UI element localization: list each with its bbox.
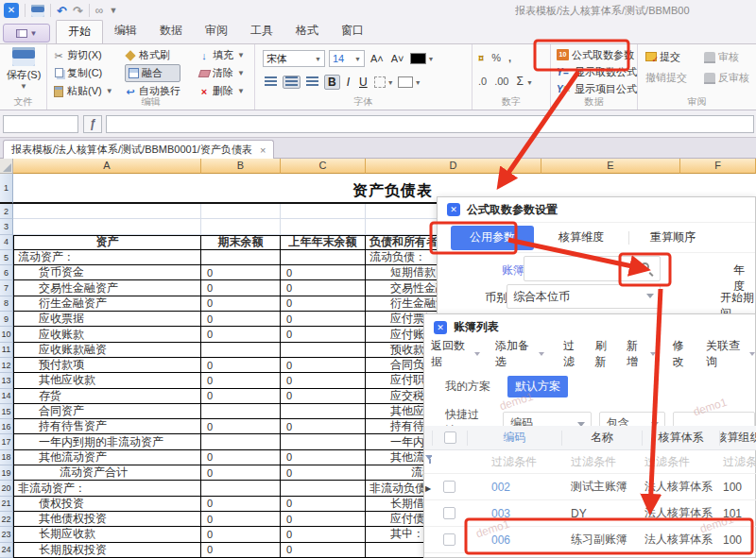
- row-header-15[interactable]: 15: [0, 404, 13, 419]
- cell-B9[interactable]: 0: [201, 312, 281, 327]
- toolbar-过滤[interactable]: 过滤: [563, 338, 584, 370]
- tab-accounting-dimension[interactable]: 核算维度: [558, 229, 604, 245]
- book-row-006[interactable]: 006练习副账簿法人核算体系100: [424, 527, 756, 553]
- row-header-11[interactable]: 11: [0, 343, 13, 358]
- column-header-名称[interactable]: 名称: [561, 431, 642, 446]
- ribbon-tab-审阅[interactable]: 审阅: [194, 20, 239, 43]
- cell-C13[interactable]: 0: [281, 373, 366, 388]
- row-header-6[interactable]: 6: [0, 265, 13, 280]
- fx-button[interactable]: ƒ: [83, 115, 102, 133]
- row-header-19[interactable]: 19: [0, 465, 13, 481]
- find-icon[interactable]: ∞: [95, 4, 104, 17]
- cell-B22[interactable]: 0: [201, 512, 281, 527]
- redo-icon[interactable]: ↷: [73, 4, 83, 18]
- cell-C5[interactable]: [281, 250, 366, 265]
- shrink-font-button[interactable]: A˅: [389, 53, 406, 64]
- cell-A18[interactable]: 其他流动资产: [13, 450, 201, 465]
- italic-button[interactable]: I: [344, 76, 352, 89]
- select-all-corner[interactable]: [0, 159, 13, 174]
- fill-color-button[interactable]: ▼: [398, 76, 421, 88]
- customize-dropdown-icon[interactable]: ▼: [109, 6, 117, 15]
- cell-B16[interactable]: 0: [201, 419, 281, 434]
- cell-A5[interactable]: 流动资产：: [13, 250, 201, 265]
- cell-A24[interactable]: 长期股权投资: [13, 543, 201, 558]
- row-header-10[interactable]: 10: [0, 327, 13, 342]
- row-header-14[interactable]: 14: [0, 389, 13, 404]
- cell-C2[interactable]: [281, 204, 366, 219]
- cell-C21[interactable]: 0: [281, 497, 366, 512]
- column-header-F[interactable]: F: [680, 159, 756, 174]
- cell-A9[interactable]: 应收票据: [13, 312, 201, 327]
- row-header-23[interactable]: 23: [0, 527, 13, 542]
- row-header-16[interactable]: 16: [0, 419, 13, 434]
- currency-select[interactable]: 综合本位币: [507, 284, 661, 309]
- cell-A4[interactable]: 资产: [13, 235, 201, 250]
- comma-button[interactable]: ,: [508, 52, 511, 63]
- row-header-9[interactable]: 9: [0, 312, 13, 327]
- cell-B7[interactable]: 0: [201, 280, 281, 296]
- cell-B3[interactable]: [201, 219, 281, 234]
- cell-B11[interactable]: [201, 343, 281, 358]
- row-header-18[interactable]: 18: [0, 450, 13, 465]
- toolbar-修改[interactable]: 修改: [673, 338, 694, 370]
- cell-C24[interactable]: 0: [281, 543, 366, 558]
- cell-B24[interactable]: 0: [201, 543, 281, 558]
- name-box[interactable]: [3, 115, 78, 133]
- cell-A2[interactable]: [13, 204, 201, 219]
- cell-A21[interactable]: 债权投资: [13, 497, 201, 512]
- currency-icon[interactable]: ¤: [478, 52, 484, 63]
- cell-A15[interactable]: 合同资产: [13, 404, 201, 419]
- row-header-3[interactable]: 3: [0, 219, 13, 234]
- font-size-combo[interactable]: 14▼: [329, 50, 365, 67]
- cell-C3[interactable]: [281, 219, 366, 234]
- dialog-title-bar[interactable]: ✕ 账簿列表: [424, 314, 755, 340]
- cell-B10[interactable]: 0: [201, 327, 281, 342]
- cell-C15[interactable]: [281, 404, 366, 419]
- row-header-8[interactable]: 8: [0, 296, 13, 312]
- tab-recalc-order[interactable]: 重算顺序: [650, 229, 696, 245]
- cell-B19[interactable]: 0: [201, 465, 281, 481]
- align-center-button[interactable]: [283, 76, 301, 89]
- submit-button[interactable]: 提交: [645, 48, 704, 66]
- cell-A3[interactable]: [13, 219, 201, 234]
- checkbox[interactable]: [443, 507, 455, 519]
- search-icon[interactable]: [641, 262, 649, 271]
- cell-C4[interactable]: 上年年末余额: [281, 235, 366, 250]
- column-header-E[interactable]: E: [541, 159, 680, 174]
- column-header-核算体系[interactable]: 核算体系: [642, 431, 719, 446]
- formula-input[interactable]: [106, 115, 754, 133]
- cell-C9[interactable]: 0: [281, 312, 366, 327]
- filter-cell[interactable]: 过滤条件: [719, 454, 756, 470]
- book-row-003[interactable]: 003DY法人核算体系101: [424, 500, 756, 527]
- column-header-编码[interactable]: 编码: [467, 431, 561, 446]
- row-header-24[interactable]: 24: [0, 543, 13, 558]
- book-row-002[interactable]: ▶002测试主账簿法人核算体系100: [424, 474, 756, 500]
- cell-B1[interactable]: [201, 174, 281, 204]
- row-header-20[interactable]: 20: [0, 481, 13, 496]
- cell-B4[interactable]: 期末余额: [201, 235, 281, 250]
- cell-A19[interactable]: 流动资产合计: [13, 465, 201, 481]
- row-header-22[interactable]: 22: [0, 512, 13, 527]
- filter-cell[interactable]: 过滤条件: [642, 454, 719, 470]
- row-header-13[interactable]: 13: [0, 373, 13, 388]
- default-scheme-chip[interactable]: 默认方案: [507, 376, 568, 397]
- column-header-核算组织[interactable]: 核算组织: [719, 431, 756, 446]
- row-header-4[interactable]: 4: [0, 235, 13, 250]
- merge-cells-button[interactable]: 融合: [125, 64, 180, 82]
- toolbar-返回数据[interactable]: 返回数据: [431, 338, 480, 370]
- cell-A1[interactable]: [13, 174, 201, 204]
- cell-B15[interactable]: [201, 404, 281, 419]
- toolbar-关联查询[interactable]: 关联查询: [706, 338, 755, 370]
- ribbon-tab-开始[interactable]: 开始: [56, 20, 103, 43]
- bold-button[interactable]: B: [324, 75, 340, 90]
- row-header-17[interactable]: 17: [0, 434, 13, 449]
- view-switch-button[interactable]: ▼: [3, 24, 50, 42]
- checkbox[interactable]: [443, 481, 455, 493]
- cell-C22[interactable]: 0: [281, 512, 366, 527]
- font-name-combo[interactable]: 宋体▼: [263, 50, 325, 67]
- save-icon[interactable]: [31, 5, 44, 17]
- fill-button[interactable]: ↓填充▼: [198, 46, 245, 64]
- cell-B20[interactable]: [201, 481, 281, 496]
- show-fetch-formula-button[interactable]: Y=显示取数公式: [557, 63, 637, 80]
- column-header-A[interactable]: A: [13, 159, 201, 174]
